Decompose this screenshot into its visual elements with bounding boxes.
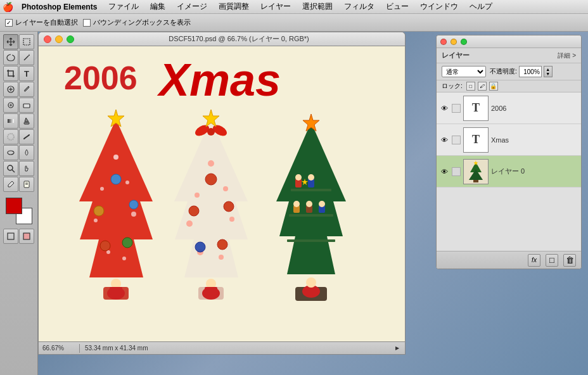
tool-row-6 — [3, 113, 34, 129]
selection-tool[interactable] — [19, 34, 34, 49]
svg-point-47 — [217, 239, 227, 250]
tool-row-10 — [3, 177, 34, 192]
lock-label: ロック: — [442, 82, 463, 91]
layer-item-xmas[interactable]: 👁 T Xmas — [437, 124, 581, 156]
notes-tool[interactable] — [19, 177, 34, 192]
svg-line-1 — [24, 56, 29, 60]
canvas-maximize-button[interactable] — [67, 35, 74, 43]
svg-point-29 — [100, 241, 110, 251]
type-tool[interactable]: T — [19, 66, 34, 81]
layer-xmas-name: Xmas — [491, 136, 578, 144]
svg-point-43 — [205, 174, 217, 185]
tools-panel: T — [0, 32, 38, 375]
bounding-box-label: バウンディングボックスを表示 — [93, 18, 191, 27]
layers-title-bar — [437, 35, 581, 48]
status-divider-1 — [79, 344, 80, 353]
eraser-tool[interactable] — [19, 98, 34, 113]
smudge-tool[interactable] — [19, 129, 34, 144]
lock-transparent-icon[interactable]: □ — [466, 82, 475, 91]
svg-point-9 — [8, 134, 14, 140]
standard-mode[interactable] — [3, 229, 18, 244]
menu-window[interactable]: ウインドウ — [415, 0, 463, 13]
magic-wand-tool[interactable] — [19, 50, 34, 65]
canvas-close-button[interactable] — [44, 35, 51, 43]
layers-maximize-button[interactable] — [461, 39, 467, 45]
menu-quality[interactable]: 画質調整 — [214, 0, 254, 13]
heal-tool[interactable] — [3, 82, 18, 97]
svg-point-61 — [295, 174, 302, 181]
create-layer-button[interactable]: □ — [546, 254, 558, 267]
menu-filter[interactable]: フィルタ — [339, 0, 380, 13]
canvas-dimensions: 53.34 mm x 41.34 mm — [85, 345, 148, 352]
lasso-tool[interactable] — [3, 50, 18, 65]
lock-row: ロック: □ 🖊 🔒 — [437, 80, 581, 92]
paint-bucket-tool[interactable] — [19, 113, 34, 129]
scroll-right-arrow[interactable]: ▶ — [393, 345, 401, 352]
svg-point-44 — [189, 206, 199, 216]
svg-rect-17 — [23, 233, 30, 239]
svg-line-12 — [12, 170, 15, 172]
menu-view[interactable]: ビュー — [381, 0, 414, 13]
canvas-area[interactable]: 2006 Xmas — [38, 46, 406, 342]
opacity-input[interactable] — [519, 66, 542, 77]
layer-2006-visibility-icon[interactable]: 👁 — [439, 103, 449, 113]
move-tool[interactable] — [3, 34, 18, 49]
opacity-stepper[interactable]: ▲ ▼ — [544, 66, 553, 77]
quick-mask-mode[interactable] — [19, 229, 34, 244]
crop-tool[interactable] — [3, 66, 18, 81]
canvas-minimize-button[interactable] — [55, 35, 63, 43]
blur-tool[interactable] — [3, 129, 18, 144]
delete-layer-button[interactable]: 🗑 — [563, 254, 576, 267]
brush-tool[interactable] — [19, 82, 34, 97]
apple-menu[interactable]: 🍎 — [3, 2, 13, 12]
menu-app[interactable]: Photoshop Elements — [16, 1, 102, 13]
status-bar: 66.67% 53.34 mm x 41.34 mm ▶ — [38, 342, 406, 355]
bounding-box-checkbox[interactable] — [83, 19, 91, 27]
gradient-tool[interactable] — [3, 113, 18, 129]
eyedropper-tool[interactable] — [3, 177, 18, 192]
menu-layer[interactable]: レイヤー — [255, 0, 296, 13]
layers-detail-button[interactable]: 詳細 > — [558, 51, 576, 60]
canvas-window: DSCF5170.psd @ 66.7% (レイヤー 0, RGB*) 2006… — [38, 32, 406, 355]
layer-xmas-visibility-icon[interactable]: 👁 — [439, 135, 449, 145]
svg-point-46 — [195, 242, 205, 252]
layer-0-thumbnail — [463, 159, 489, 184]
svg-rect-0 — [23, 39, 30, 45]
svg-rect-7 — [8, 119, 14, 123]
dodge-tool[interactable] — [3, 145, 18, 160]
svg-point-26 — [111, 174, 121, 184]
layer-0-visibility-icon[interactable]: 👁 — [439, 167, 449, 177]
svg-point-30 — [122, 238, 132, 248]
zoom-tool[interactable] — [3, 161, 18, 176]
svg-rect-58 — [287, 239, 335, 242]
add-layer-style-button[interactable]: fx — [528, 254, 540, 267]
canvas-title-bar: DSCF5170.psd @ 66.7% (レイヤー 0, RGB*) — [38, 32, 406, 46]
hand-tool[interactable] — [19, 161, 34, 176]
auto-select-layer-item: レイヤーを自動選択 — [5, 18, 78, 27]
svg-rect-6 — [23, 104, 30, 108]
blend-mode-select[interactable]: 通常 — [442, 66, 486, 77]
tool-row-9 — [3, 161, 34, 176]
menu-help[interactable]: ヘルプ — [464, 0, 497, 13]
lock-pixels-icon[interactable]: 🖊 — [478, 82, 487, 91]
tool-row-7 — [3, 129, 34, 144]
opacity-label: 不透明度: — [490, 67, 517, 76]
burn-tool[interactable] — [19, 145, 34, 160]
menu-select[interactable]: 選択範囲 — [297, 0, 338, 13]
svg-point-27 — [94, 206, 104, 216]
svg-point-72 — [306, 277, 316, 288]
layer-item-layer0[interactable]: 👁 レイヤー 0 — [437, 156, 581, 188]
auto-select-checkbox[interactable] — [5, 19, 13, 27]
layers-close-button[interactable] — [440, 39, 447, 45]
menu-image[interactable]: イメージ — [172, 0, 212, 13]
clone-tool[interactable] — [3, 98, 18, 113]
menu-edit[interactable]: 編集 — [145, 0, 170, 13]
svg-rect-34 — [110, 287, 122, 295]
layers-header: レイヤー 詳細 > — [437, 48, 581, 63]
lock-position-icon[interactable]: 🔒 — [489, 82, 498, 91]
layer-item-2006[interactable]: 👁 T 2006 — [437, 92, 581, 124]
foreground-color[interactable] — [6, 198, 22, 214]
menu-file[interactable]: ファイル — [103, 0, 144, 13]
layer-0-name: レイヤー 0 — [491, 167, 578, 176]
layers-minimize-button[interactable] — [451, 39, 457, 45]
